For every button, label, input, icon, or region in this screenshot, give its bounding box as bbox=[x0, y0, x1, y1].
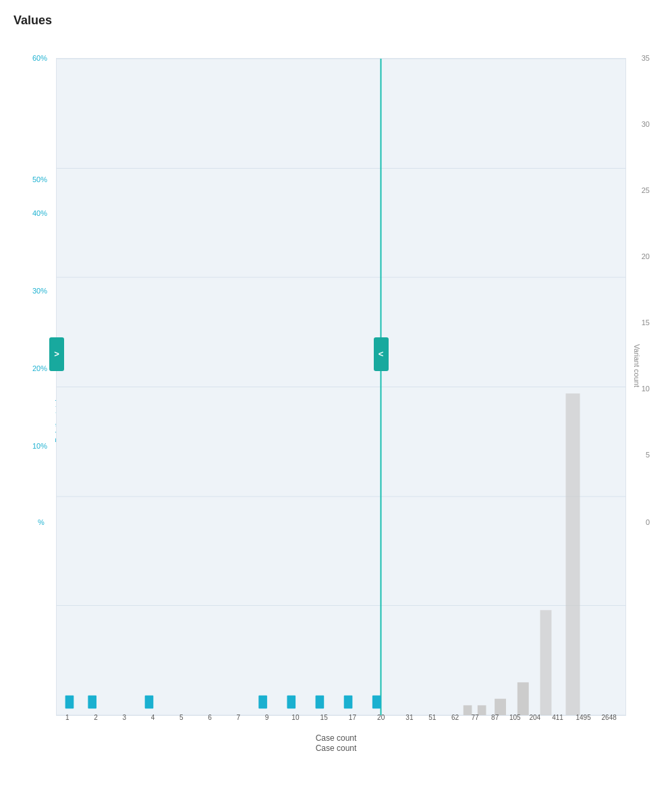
x-tick-51: 51 bbox=[428, 714, 436, 721]
y-right-tick-5: 5 bbox=[646, 451, 650, 459]
y-right-tick-25: 25 bbox=[642, 186, 650, 194]
svg-rect-19 bbox=[316, 696, 325, 708]
svg-rect-15 bbox=[88, 696, 96, 708]
x-tick-204: 204 bbox=[529, 714, 540, 721]
y-tick-20: 20% bbox=[32, 364, 47, 372]
chart-container: Relative total case count Variant count … bbox=[12, 38, 660, 766]
y-tick-10: 10% bbox=[32, 442, 47, 450]
x-tick-15: 15 bbox=[320, 714, 328, 721]
x-tick-62: 62 bbox=[451, 714, 459, 721]
left-slider-handle[interactable]: > bbox=[49, 337, 64, 371]
x-tick-77: 77 bbox=[472, 714, 479, 721]
y-right-tick-20: 20 bbox=[642, 252, 650, 260]
x-tick-6: 6 bbox=[208, 714, 212, 721]
x-tick-9: 9 bbox=[265, 714, 269, 721]
x-tick-87: 87 bbox=[491, 714, 499, 721]
x-tick-2: 2 bbox=[94, 714, 98, 721]
svg-rect-10 bbox=[565, 393, 580, 715]
chart-title: Values bbox=[13, 13, 665, 28]
left-handle-icon: > bbox=[54, 349, 59, 359]
y-right-tick-35: 35 bbox=[642, 54, 650, 62]
svg-rect-20 bbox=[344, 696, 353, 708]
chart-svg bbox=[57, 59, 625, 715]
y-tick-30: 30% bbox=[32, 287, 47, 295]
svg-rect-9 bbox=[540, 610, 552, 715]
x-tick-20: 20 bbox=[377, 714, 385, 721]
x-tick-1: 1 bbox=[65, 714, 69, 721]
x-tick-1495: 1495 bbox=[576, 714, 591, 721]
x-tick-105: 105 bbox=[509, 714, 521, 721]
svg-rect-17 bbox=[258, 696, 267, 708]
x-axis-label: Case count bbox=[316, 743, 357, 753]
page-wrapper: Values Relative total case count Variant… bbox=[0, 0, 672, 786]
y-tick-pct: % bbox=[38, 518, 45, 526]
y-axis-right-label: Variant count bbox=[633, 344, 641, 387]
x-tick-411: 411 bbox=[552, 714, 563, 721]
x-tick-31: 31 bbox=[405, 714, 413, 721]
x-tick-4: 4 bbox=[151, 714, 155, 721]
svg-rect-14 bbox=[65, 696, 74, 708]
y-right-tick-15: 15 bbox=[642, 318, 650, 327]
y-tick-60: 60% bbox=[32, 54, 47, 62]
x-axis-title: Case count bbox=[316, 733, 357, 743]
x-ticks-container: 1 2 3 4 5 6 7 9 10 15 17 20 31 51 62 77 … bbox=[56, 714, 626, 727]
y-right-tick-0: 0 bbox=[646, 518, 650, 526]
x-tick-10: 10 bbox=[291, 714, 299, 721]
svg-rect-8 bbox=[517, 682, 529, 715]
plot-area: > < bbox=[56, 58, 626, 716]
x-tick-3: 3 bbox=[123, 714, 127, 721]
svg-rect-16 bbox=[145, 696, 154, 708]
right-handle-icon: < bbox=[379, 349, 384, 359]
x-tick-7: 7 bbox=[237, 714, 241, 721]
y-right-tick-10: 10 bbox=[642, 385, 650, 393]
svg-rect-18 bbox=[287, 696, 296, 708]
y-tick-40: 40% bbox=[32, 209, 47, 217]
x-tick-5: 5 bbox=[179, 714, 184, 721]
right-slider-handle[interactable]: < bbox=[374, 337, 389, 371]
x-tick-2648: 2648 bbox=[602, 714, 617, 721]
svg-rect-7 bbox=[495, 699, 506, 715]
y-right-tick-30: 30 bbox=[642, 120, 650, 128]
x-tick-17: 17 bbox=[349, 714, 356, 721]
svg-rect-21 bbox=[372, 696, 381, 708]
y-tick-50: 50% bbox=[32, 175, 47, 184]
